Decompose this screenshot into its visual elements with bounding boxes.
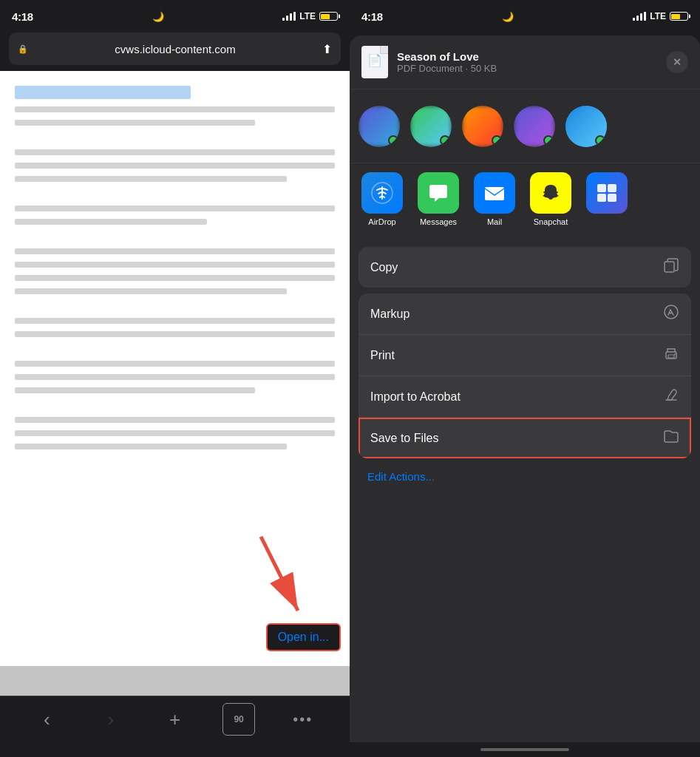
doc-line-18 (15, 430, 335, 436)
svg-rect-4 (597, 184, 606, 192)
share-doc-title: Season of Love (397, 50, 666, 63)
moon-icon-left: 🌙 (152, 11, 164, 22)
doc-gap-1 (15, 133, 335, 142)
open-in-button[interactable]: Open in... (266, 623, 341, 651)
forward-icon: › (108, 708, 115, 731)
share-doc-icon: 📄 (361, 46, 388, 78)
online-indicator-2 (440, 135, 450, 146)
doc-line-10 (15, 275, 335, 281)
share-doc-info: Season of Love PDF Document · 50 KB (397, 50, 666, 74)
more-button[interactable]: ••• (287, 703, 319, 736)
svg-rect-5 (608, 184, 616, 192)
time-left: 4:18 (12, 10, 33, 23)
more-apps-icon (586, 172, 628, 214)
contact-avatar-3 (462, 106, 503, 147)
edit-actions-section: Edit Actions... (359, 464, 691, 489)
share-close-button[interactable]: ✕ (666, 51, 688, 73)
doc-line-14 (15, 361, 335, 367)
doc-gap-5 (15, 344, 335, 353)
markup-icon (663, 304, 679, 324)
lte-label-right: LTE (650, 11, 666, 21)
signal-bar-3 (290, 13, 292, 21)
tabs-button[interactable]: 90 (222, 703, 255, 736)
doc-line-5 (15, 176, 287, 182)
markup-action[interactable]: Markup (359, 293, 691, 335)
doc-line-6 (15, 206, 335, 211)
doc-header-highlight (15, 86, 191, 99)
contact-4[interactable] (514, 106, 555, 147)
moon-icon-right: 🌙 (502, 11, 514, 22)
doc-line-7 (15, 219, 207, 225)
signal-bars-right (633, 12, 646, 21)
contact-5[interactable] (565, 106, 607, 147)
copy-icon (663, 257, 679, 277)
back-button[interactable]: ‹ (30, 703, 63, 736)
online-indicator-5 (595, 135, 605, 146)
address-bar[interactable]: 🔒 cvws.icloud-content.com ⬆ (9, 33, 341, 65)
doc-line-19 (15, 444, 287, 449)
svg-rect-11 (668, 355, 674, 358)
url-text: cvws.icloud-content.com (28, 43, 322, 55)
doc-line-2 (15, 120, 255, 126)
actions-group-2: Markup Print (359, 293, 691, 458)
save-files-action[interactable]: Save to Files (359, 418, 691, 458)
online-indicator-4 (543, 135, 554, 146)
status-icons-right: LTE (633, 11, 688, 21)
contact-1[interactable] (359, 106, 400, 147)
status-icons-left: LTE (282, 11, 338, 21)
airdrop-icon (361, 172, 403, 214)
signal-bar-r2 (636, 16, 639, 21)
lock-icon: 🔒 (18, 44, 28, 54)
share-doc-subtitle: PDF Document · 50 KB (397, 63, 666, 74)
app-icons-row: AirDrop Messages Mail (350, 163, 700, 241)
signal-bar-r1 (633, 18, 635, 21)
home-bar (480, 748, 569, 751)
signal-bars-left (282, 12, 296, 21)
contact-avatar-1 (359, 106, 400, 147)
browser-content: Open in... (0, 71, 350, 696)
markup-label: Markup (370, 308, 410, 321)
app-item-mail[interactable]: Mail (474, 172, 515, 226)
edit-actions-link[interactable]: Edit Actions... (367, 470, 435, 483)
bottom-toolbar: ‹ › + 90 ••• (0, 696, 350, 757)
app-item-messages[interactable]: Messages (418, 172, 459, 226)
signal-bar-2 (286, 16, 288, 21)
snapchat-label: Snapchat (534, 217, 568, 226)
contacts-row (350, 89, 700, 163)
battery-icon-left (319, 12, 338, 21)
copy-action[interactable]: Copy (359, 247, 691, 288)
print-action[interactable]: Print (359, 335, 691, 376)
contact-3[interactable] (462, 106, 503, 147)
doc-line-12 (15, 318, 335, 324)
svg-rect-8 (665, 262, 674, 272)
copy-label: Copy (370, 261, 398, 274)
doc-gap-4 (15, 302, 335, 310)
tabs-count: 90 (234, 714, 243, 724)
share-sheet: 📄 Season of Love PDF Document · 50 KB ✕ (350, 35, 700, 757)
add-tab-button[interactable]: + (158, 703, 191, 736)
forward-button[interactable]: › (95, 703, 127, 736)
svg-line-1 (261, 537, 298, 611)
svg-rect-7 (608, 194, 616, 202)
mail-label: Mail (487, 217, 502, 226)
lte-label-left: LTE (299, 11, 316, 21)
print-label: Print (370, 349, 395, 362)
app-item-snapchat[interactable]: Snapchat (530, 172, 571, 226)
app-item-more[interactable] (586, 172, 628, 214)
contact-avatar-4 (514, 106, 555, 147)
share-button-left[interactable]: ⬆ (322, 42, 332, 56)
right-panel: 4:18 🌙 LTE 📄 Season of Love PDF Documen (350, 0, 700, 757)
online-indicator-1 (388, 135, 398, 146)
contact-2[interactable] (410, 106, 452, 147)
doc-line-17 (15, 417, 335, 423)
doc-line-1 (15, 106, 335, 112)
battery-icon-right (670, 12, 688, 21)
share-header: 📄 Season of Love PDF Document · 50 KB ✕ (350, 35, 700, 89)
copy-group: Copy (359, 247, 691, 288)
svg-point-12 (674, 353, 676, 355)
app-item-airdrop[interactable]: AirDrop (361, 172, 403, 226)
doc-gap-3 (15, 232, 335, 241)
svg-rect-6 (597, 194, 606, 202)
import-acrobat-action[interactable]: Import to Acrobat (359, 376, 691, 418)
snapchat-icon (530, 172, 571, 214)
